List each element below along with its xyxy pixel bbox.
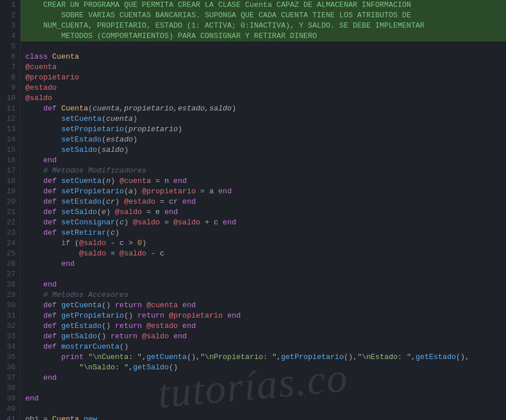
line-number: 13 — [0, 124, 20, 135]
line-number: 22 — [0, 217, 20, 228]
code-line: def setRetirar(c) — [21, 228, 506, 238]
line-number: 4 — [0, 31, 20, 41]
code-editor: 1234567891011121314151617181920212223242… — [0, 0, 506, 420]
line-number: 32 — [0, 321, 20, 331]
line-number: 30 — [0, 300, 20, 311]
line-number: 31 — [0, 311, 20, 321]
line-number: 2 — [0, 10, 20, 21]
code-line: setSaldo(saldo) — [21, 145, 506, 155]
code-line: # Metodos Modificadores — [21, 166, 506, 176]
line-number: 24 — [0, 238, 20, 249]
line-number: 12 — [0, 114, 20, 124]
line-number: 7 — [0, 62, 20, 72]
line-number: 40 — [0, 404, 20, 414]
code-line: end — [21, 155, 506, 166]
code-line: class Cuenta — [21, 52, 506, 62]
line-number: 10 — [0, 93, 20, 104]
line-number: 39 — [0, 394, 20, 404]
code-line: METODOS (COMPORTAMIENTOS) PARA CONSIGNAR… — [21, 31, 506, 41]
code-line: def Cuenta(cuenta,propietario,estado,sal… — [21, 104, 506, 114]
code-line: def setCuenta(n) @cuenta = n end — [21, 176, 506, 186]
code-line: def setConsignar(c) @saldo = @saldo + c … — [21, 217, 506, 228]
line-number: 14 — [0, 135, 20, 145]
code-line: end — [21, 394, 506, 404]
line-number: 6 — [0, 52, 20, 62]
code-line: @propietario — [21, 72, 506, 83]
line-number: 11 — [0, 104, 20, 114]
line-number: 20 — [0, 197, 20, 207]
code-line: @cuenta — [21, 62, 506, 72]
code-line: def getPropietario() return @propietario… — [21, 311, 506, 321]
code-line — [21, 383, 506, 394]
line-number: 16 — [0, 155, 20, 166]
code-line: def setSaldo(e) @saldo = e end — [21, 207, 506, 217]
code-line: def getEstado() return @estado end — [21, 321, 506, 331]
line-number: 27 — [0, 269, 20, 280]
code-line: end — [21, 259, 506, 269]
code-line: @saldo = @saldo - c — [21, 249, 506, 259]
code-line: def mostrarCuenta() — [21, 342, 506, 352]
code-line: def setPropietario(a) @propietario = a e… — [21, 186, 506, 197]
line-number: 28 — [0, 280, 20, 290]
line-number: 18 — [0, 176, 20, 186]
line-number: 29 — [0, 290, 20, 300]
code-line: if (@saldo - c > 0) — [21, 238, 506, 249]
code-line: SOBRE VARIAS CUENTAS BANCARIAS. SUPONGA … — [21, 10, 506, 21]
line-number: 38 — [0, 383, 20, 394]
line-number: 15 — [0, 145, 20, 155]
code-content: CREAR UN PROGRAMA QUE PERMITA CREAR LA C… — [21, 0, 506, 420]
line-number: 9 — [0, 83, 20, 93]
code-line: setCuenta(cuenta) — [21, 114, 506, 124]
line-number: 3 — [0, 21, 20, 31]
line-number: 17 — [0, 166, 20, 176]
code-line: print "\nCuenta: ",getCuenta(),"\nPropie… — [21, 352, 506, 362]
line-number: 5 — [0, 41, 20, 52]
code-line: "\nSaldo: ",getSaldo() — [21, 362, 506, 373]
code-line: @estado — [21, 83, 506, 93]
line-number: 26 — [0, 259, 20, 269]
code-line: @saldo — [21, 93, 506, 104]
code-line: def getSaldo() return @saldo end — [21, 331, 506, 342]
code-line: NUM_CUENTA, PROPIETARIO, ESTADO (1: ACTI… — [21, 21, 506, 31]
code-line: CREAR UN PROGRAMA QUE PERMITA CREAR LA C… — [21, 0, 506, 10]
line-number: 34 — [0, 342, 20, 352]
line-number: 23 — [0, 228, 20, 238]
code-line: setPropietario(propietario) — [21, 124, 506, 135]
line-number: 33 — [0, 331, 20, 342]
line-number: 37 — [0, 373, 20, 383]
code-line — [21, 269, 506, 280]
code-line: def setEstado(cr) @estado = cr end — [21, 197, 506, 207]
code-line — [21, 41, 506, 52]
code-line: def getCuenta() return @cuenta end — [21, 300, 506, 311]
line-number: 21 — [0, 207, 20, 217]
code-line: end — [21, 280, 506, 290]
code-line: obj = Cuenta.new — [21, 414, 506, 420]
line-number: 41 — [0, 414, 20, 420]
line-number: 19 — [0, 186, 20, 197]
code-line: # Metodos Accesores — [21, 290, 506, 300]
line-number: 1 — [0, 0, 20, 10]
code-line: end — [21, 373, 506, 383]
line-number: 36 — [0, 362, 20, 373]
line-number: 8 — [0, 72, 20, 83]
line-number-gutter: 1234567891011121314151617181920212223242… — [0, 0, 21, 420]
code-line — [21, 404, 506, 414]
line-number: 25 — [0, 249, 20, 259]
line-number: 35 — [0, 352, 20, 362]
code-line: setEstado(estado) — [21, 135, 506, 145]
